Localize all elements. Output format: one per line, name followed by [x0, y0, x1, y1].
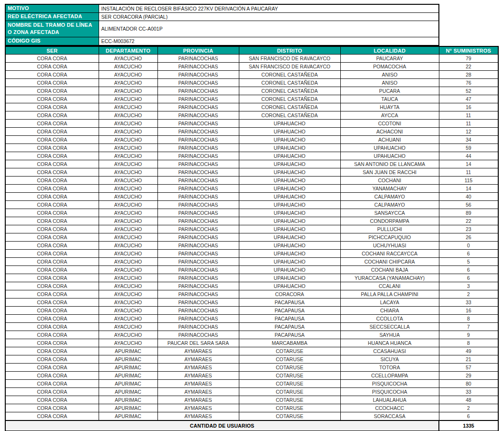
cell-suministros: 48 [439, 396, 498, 404]
cell-provincia: PARINACOCHAS [157, 136, 239, 144]
cell-provincia: PAUCAR DEL SARA SARA [157, 339, 239, 347]
cell-ser: CORA CORA [5, 201, 99, 209]
table-row: CORA CORA APURIMAC AYMARAES COTARUSE PIS… [5, 380, 498, 388]
outage-report-sheet: MOTIVO INSTALACIÓN DE RECLOSER BIFÁSICO … [0, 0, 504, 431]
cell-departamento: APURIMAC [99, 380, 157, 388]
cell-ser: CORA CORA [5, 152, 99, 160]
cell-provincia: AYMARAES [157, 355, 239, 364]
cell-departamento: APURIMAC [99, 364, 157, 372]
cell-distrito: PACAPAUSA [239, 298, 340, 307]
cell-distrito: COTARUSE [239, 372, 340, 380]
cell-localidad: SORACCASA [340, 412, 439, 420]
cell-localidad: UCHUYHUASI [340, 242, 439, 250]
table-row: CORA CORA AYACUCHO PARINACOCHAS UPAHUACH… [5, 225, 498, 233]
cell-departamento: APURIMAC [99, 347, 157, 355]
cell-localidad: CHIARA [340, 307, 439, 315]
table-row: CORA CORA AYACUCHO PARINACOCHAS PACAPAUS… [5, 298, 498, 307]
cell-departamento: APURIMAC [99, 404, 157, 412]
cell-ser: CORA CORA [5, 282, 99, 290]
cell-ser: CORA CORA [5, 233, 99, 242]
table-body: CORA CORA AYACUCHO PARINACOCHAS SAN FRAN… [5, 55, 498, 420]
table-row: CORA CORA AYACUCHO PARINACOCHAS UPAHUACH… [5, 274, 498, 282]
cell-localidad: LACAYA [340, 298, 439, 307]
info-label-codigo-gis: CÓDIGO GIS [5, 37, 99, 45]
cell-provincia: PARINACOCHAS [157, 103, 239, 111]
cell-suministros: 40 [439, 193, 498, 201]
cell-distrito: PACAPAUSA [239, 323, 340, 331]
cell-suministros: 57 [439, 364, 498, 372]
table-row: CORA CORA AYACUCHO PARINACOCHAS UPAHUACH… [5, 282, 498, 290]
cell-localidad: CALPAMAYO [340, 201, 439, 209]
cell-distrito: PACAPAUSA [239, 331, 340, 339]
cell-provincia: PARINACOCHAS [157, 225, 239, 233]
table-row: CORA CORA AYACUCHO PARINACOCHAS UPAHUACH… [5, 209, 498, 217]
cell-departamento: AYACUCHO [99, 128, 157, 136]
cell-ser: CORA CORA [5, 111, 99, 120]
table-row: CORA CORA AYACUCHO PARINACOCHAS CORONEL … [5, 111, 498, 120]
cell-ser: CORA CORA [5, 355, 99, 364]
cell-departamento: AYACUCHO [99, 290, 157, 298]
cell-departamento: AYACUCHO [99, 242, 157, 250]
column-header-distrito: DISTRITO [239, 46, 340, 55]
cell-departamento: AYACUCHO [99, 315, 157, 323]
cell-suministros: 56 [439, 201, 498, 209]
cell-ser: CORA CORA [5, 364, 99, 372]
cell-distrito: COTARUSE [239, 364, 340, 372]
cell-suministros: 11 [439, 120, 498, 128]
cell-suministros: 7 [439, 323, 498, 331]
cell-provincia: PARINACOCHAS [157, 307, 239, 315]
cell-departamento: AYACUCHO [99, 87, 157, 95]
cell-departamento: AYACUCHO [99, 282, 157, 290]
table-row: CORA CORA AYACUCHO PARINACOCHAS PACAPAUS… [5, 307, 498, 315]
cell-localidad: SAN JUAN DE RACCHI [340, 168, 439, 177]
cell-distrito: UPAHUACHO [239, 128, 340, 136]
cell-localidad: HUANCA HUANCA [340, 339, 439, 347]
cell-suministros: 34 [439, 136, 498, 144]
cell-localidad: UPAHUACHO [340, 152, 439, 160]
column-header-ser: SER [5, 46, 99, 55]
cell-suministros: 89 [439, 209, 498, 217]
cell-distrito: UPAHUACHO [239, 168, 340, 177]
cell-distrito: COTARUSE [239, 396, 340, 404]
cell-localidad: COCHANI BAJA [340, 266, 439, 274]
cell-provincia: PARINACOCHAS [157, 79, 239, 87]
cell-provincia: PARINACOCHAS [157, 242, 239, 250]
cell-ser: CORA CORA [5, 323, 99, 331]
cell-localidad: PULLUCHI [340, 225, 439, 233]
cell-distrito: SAN FRANCISCO DE RAVACAYCO [239, 63, 340, 71]
cell-distrito: UPAHUACHO [239, 136, 340, 144]
cell-localidad: COCHANI CHIPCARA [340, 258, 439, 266]
cell-provincia: PARINACOCHAS [157, 323, 239, 331]
cell-distrito: COTARUSE [239, 347, 340, 355]
table-row: CORA CORA AYACUCHO PARINACOCHAS UPAHUACH… [5, 136, 498, 144]
cell-distrito: UPAHUACHO [239, 209, 340, 217]
cell-localidad: HUAYTA [340, 103, 439, 111]
cell-suministros: 52 [439, 87, 498, 95]
cell-distrito: UPAHUACHO [239, 152, 340, 160]
cell-localidad: COCHANI [340, 177, 439, 185]
cell-localidad: PALLA PALLA CHAMPINI [340, 290, 439, 298]
cell-suministros: 21 [439, 355, 498, 364]
cell-localidad: CALPAMAYO [340, 193, 439, 201]
cell-suministros: 76 [439, 79, 498, 87]
cell-distrito: CORONEL CASTAÑEDA [239, 95, 340, 103]
cell-provincia: PARINACOCHAS [157, 331, 239, 339]
cell-provincia: PARINACOCHAS [157, 282, 239, 290]
cell-departamento: AYACUCHO [99, 144, 157, 152]
cell-distrito: CORONEL CASTAÑEDA [239, 79, 340, 87]
cell-localidad: TAUCA [340, 95, 439, 103]
cell-ser: CORA CORA [5, 209, 99, 217]
cell-localidad: PAUCARAY [340, 55, 439, 63]
cell-departamento: AYACUCHO [99, 152, 157, 160]
cell-localidad: ACHACONI [340, 128, 439, 136]
cell-distrito: UPAHUACHO [239, 266, 340, 274]
table-row: CORA CORA APURIMAC AYMARAES COTARUSE SIC… [5, 355, 498, 364]
cell-suministros: 6 [439, 250, 498, 258]
cell-departamento: AYACUCHO [99, 298, 157, 307]
cell-suministros: 29 [439, 372, 498, 380]
cell-provincia: AYMARAES [157, 364, 239, 372]
cell-provincia: AYMARAES [157, 388, 239, 396]
cell-suministros: 2 [439, 290, 498, 298]
cell-suministros: 16 [439, 103, 498, 111]
info-value-red-electrica: SER CORACORA (PARCIAL) [99, 12, 439, 21]
